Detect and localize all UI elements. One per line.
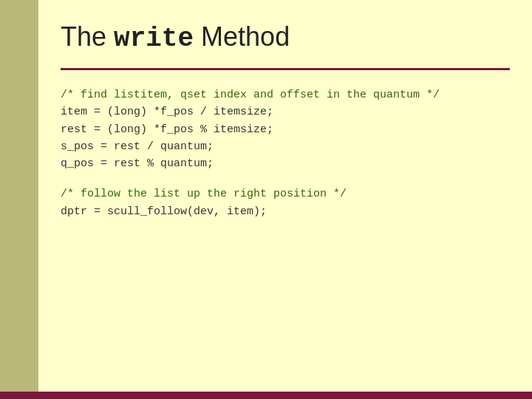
main-content: The write Method /* find listitem, qset … (38, 0, 532, 392)
code-section-2: /* follow the list up the right position… (61, 185, 510, 220)
code-line-3: s_pos = rest / quantum; (61, 140, 214, 153)
code-line-5: dptr = scull_follow(dev, item); (61, 205, 267, 218)
code-section-1: /* find listitem, qset index and offset … (61, 86, 510, 172)
comment-line-1: /* find listitem, qset index and offset … (61, 89, 440, 101)
comment-line-2: /* follow the list up the right position… (61, 188, 347, 200)
title-suffix: Method (194, 21, 290, 52)
code-line-2: rest = (long) *f_pos % itemsize; (61, 123, 273, 136)
title-prefix: The (61, 21, 114, 52)
page-title: The write Method (61, 21, 510, 55)
title-code: write (114, 24, 194, 54)
code-block-1: /* find listitem, qset index and offset … (61, 86, 510, 172)
code-line-1: item = (long) *f_pos / itemsize; (61, 106, 273, 118)
code-block-2: /* follow the list up the right position… (61, 185, 510, 220)
title-divider (61, 68, 510, 70)
left-accent-bar (0, 0, 38, 399)
code-line-4: q_pos = rest % quantum; (61, 157, 214, 170)
bottom-accent-bar (0, 392, 532, 399)
